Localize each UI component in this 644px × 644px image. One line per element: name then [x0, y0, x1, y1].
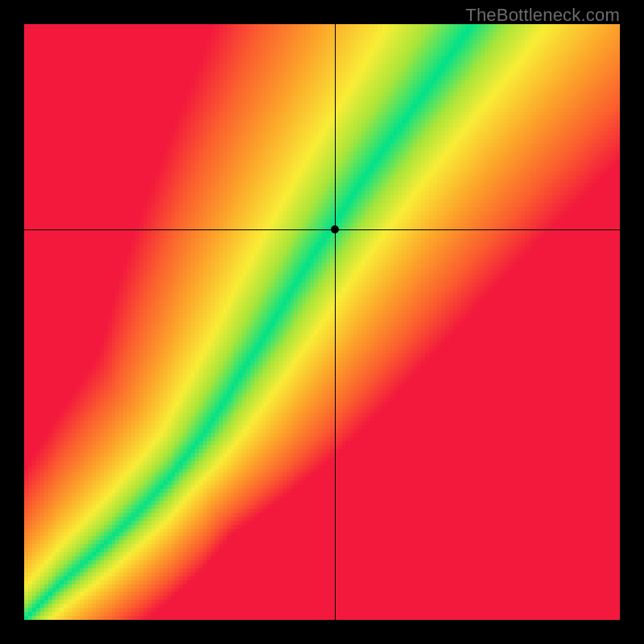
chart-frame: TheBottleneck.com — [0, 0, 644, 644]
reference-marker — [331, 225, 339, 233]
crosshair-vertical — [335, 24, 336, 620]
crosshair-horizontal — [24, 229, 620, 230]
watermark-text: TheBottleneck.com — [465, 5, 620, 26]
plot-area — [24, 24, 620, 620]
heatmap-canvas — [24, 24, 620, 620]
